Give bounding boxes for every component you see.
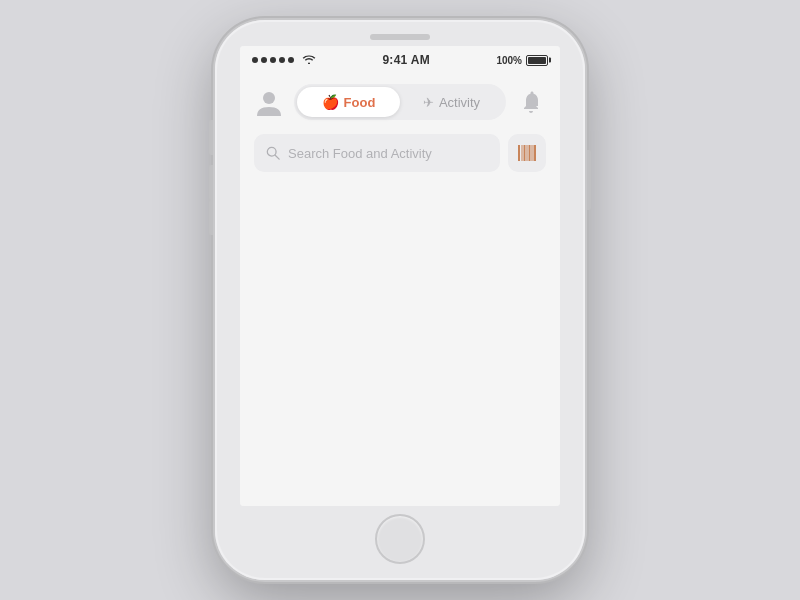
- wifi-icon: [302, 54, 316, 66]
- activity-icon: ✈: [423, 95, 434, 110]
- svg-rect-9: [534, 145, 537, 161]
- svg-rect-8: [532, 145, 533, 161]
- barcode-button[interactable]: [508, 134, 546, 172]
- home-button[interactable]: [375, 514, 425, 564]
- svg-point-0: [263, 92, 275, 104]
- barcode-icon: [517, 143, 537, 163]
- search-bar[interactable]: Search Food and Activity: [254, 134, 500, 172]
- battery-icon: [526, 55, 548, 66]
- notification-button[interactable]: [516, 87, 546, 117]
- segmented-control: 🍎 Food ✈ Activity: [294, 84, 506, 120]
- signal-dots: [252, 57, 294, 63]
- svg-rect-5: [524, 145, 526, 161]
- search-placeholder: Search Food and Activity: [288, 146, 432, 161]
- content-area: 🍎 Food ✈ Activity: [240, 72, 560, 506]
- food-label: Food: [344, 95, 376, 110]
- svg-rect-7: [529, 145, 531, 161]
- search-icon: [266, 146, 280, 160]
- svg-rect-3: [518, 145, 520, 161]
- food-icon: 🍎: [322, 94, 339, 110]
- speaker: [370, 34, 430, 40]
- dot-3: [270, 57, 276, 63]
- status-bar: 9:41 AM 100%: [240, 46, 560, 72]
- svg-line-2: [275, 155, 279, 159]
- activity-label: Activity: [439, 95, 480, 110]
- svg-rect-6: [527, 145, 528, 161]
- dot-4: [279, 57, 285, 63]
- phone-frame: 9:41 AM 100%: [215, 20, 585, 580]
- food-tab[interactable]: 🍎 Food: [297, 87, 400, 117]
- dot-2: [261, 57, 267, 63]
- status-time: 9:41 AM: [382, 53, 430, 67]
- phone-screen: 9:41 AM 100%: [240, 46, 560, 506]
- status-right: 100%: [496, 55, 548, 66]
- top-nav: 🍎 Food ✈ Activity: [250, 84, 550, 120]
- battery-percent: 100%: [496, 55, 522, 66]
- profile-button[interactable]: [254, 87, 284, 117]
- dot-1: [252, 57, 258, 63]
- battery-fill: [528, 57, 546, 64]
- search-row: Search Food and Activity: [250, 134, 550, 172]
- svg-rect-4: [522, 145, 523, 161]
- activity-tab[interactable]: ✈ Activity: [400, 87, 503, 117]
- dot-5: [288, 57, 294, 63]
- status-left: [252, 54, 316, 66]
